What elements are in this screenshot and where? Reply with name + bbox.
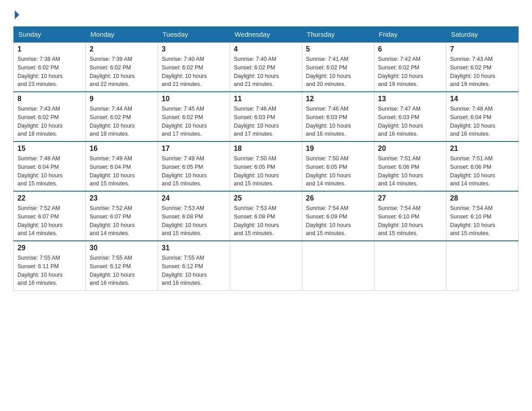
day-number: 15 [17, 145, 82, 153]
day-number: 20 [378, 145, 442, 153]
day-info: Sunrise: 7:52 AM Sunset: 6:07 PM Dayligh… [90, 204, 154, 238]
day-number: 16 [90, 145, 154, 153]
day-info: Sunrise: 7:53 AM Sunset: 6:08 PM Dayligh… [162, 204, 226, 238]
calendar-cell: 4 Sunrise: 7:40 AM Sunset: 6:02 PM Dayli… [230, 42, 302, 92]
day-number: 5 [306, 45, 370, 53]
day-number: 19 [306, 145, 370, 153]
day-number: 27 [378, 194, 442, 202]
logo-arrow-icon [15, 10, 19, 19]
day-info: Sunrise: 7:45 AM Sunset: 6:02 PM Dayligh… [162, 105, 226, 138]
day-info: Sunrise: 7:39 AM Sunset: 6:02 PM Dayligh… [90, 55, 154, 89]
day-number: 30 [90, 244, 154, 252]
day-info: Sunrise: 7:40 AM Sunset: 6:02 PM Dayligh… [234, 55, 298, 89]
day-info: Sunrise: 7:42 AM Sunset: 6:02 PM Dayligh… [378, 55, 442, 89]
day-number: 2 [90, 45, 154, 53]
calendar-cell [302, 241, 374, 291]
header-wednesday: Wednesday [230, 27, 302, 43]
day-info: Sunrise: 7:55 AM Sunset: 6:11 PM Dayligh… [17, 254, 82, 287]
day-info: Sunrise: 7:49 AM Sunset: 6:05 PM Dayligh… [162, 154, 226, 188]
day-number: 29 [17, 244, 82, 252]
day-number: 22 [17, 194, 82, 202]
calendar-header-row: SundayMondayTuesdayWednesdayThursdayFrid… [14, 27, 519, 43]
day-info: Sunrise: 7:40 AM Sunset: 6:02 PM Dayligh… [162, 55, 226, 89]
day-info: Sunrise: 7:55 AM Sunset: 6:12 PM Dayligh… [90, 254, 154, 287]
header-tuesday: Tuesday [158, 27, 230, 43]
day-info: Sunrise: 7:46 AM Sunset: 6:03 PM Dayligh… [306, 105, 370, 138]
calendar-cell: 1 Sunrise: 7:38 AM Sunset: 6:02 PM Dayli… [14, 42, 86, 92]
calendar-cell: 24 Sunrise: 7:53 AM Sunset: 6:08 PM Dayl… [158, 191, 230, 241]
calendar-cell: 21 Sunrise: 7:51 AM Sunset: 6:06 PM Dayl… [446, 141, 519, 191]
day-info: Sunrise: 7:52 AM Sunset: 6:07 PM Dayligh… [17, 204, 82, 238]
calendar-cell: 31 Sunrise: 7:55 AM Sunset: 6:12 PM Dayl… [158, 241, 230, 291]
day-number: 4 [234, 45, 298, 53]
day-info: Sunrise: 7:50 AM Sunset: 6:05 PM Dayligh… [234, 154, 298, 188]
day-info: Sunrise: 7:47 AM Sunset: 6:03 PM Dayligh… [378, 105, 442, 138]
day-number: 25 [234, 194, 298, 202]
calendar-cell: 5 Sunrise: 7:41 AM Sunset: 6:02 PM Dayli… [302, 42, 374, 92]
calendar-cell: 20 Sunrise: 7:51 AM Sunset: 6:06 PM Dayl… [374, 141, 446, 191]
calendar-cell: 29 Sunrise: 7:55 AM Sunset: 6:11 PM Dayl… [14, 241, 86, 291]
calendar-cell [374, 241, 446, 291]
logo-top [13, 9, 19, 19]
calendar-cell: 15 Sunrise: 7:48 AM Sunset: 6:04 PM Dayl… [14, 141, 86, 191]
calendar-cell: 26 Sunrise: 7:54 AM Sunset: 6:09 PM Dayl… [302, 191, 374, 241]
calendar-cell: 27 Sunrise: 7:54 AM Sunset: 6:10 PM Dayl… [374, 191, 446, 241]
day-number: 24 [162, 194, 226, 202]
calendar-cell: 10 Sunrise: 7:45 AM Sunset: 6:02 PM Dayl… [158, 92, 230, 141]
day-number: 13 [378, 95, 442, 103]
day-number: 10 [162, 95, 226, 103]
day-info: Sunrise: 7:51 AM Sunset: 6:06 PM Dayligh… [378, 154, 442, 188]
calendar-cell: 18 Sunrise: 7:50 AM Sunset: 6:05 PM Dayl… [230, 141, 302, 191]
header-monday: Monday [86, 27, 158, 43]
calendar-cell: 16 Sunrise: 7:49 AM Sunset: 6:04 PM Dayl… [86, 141, 158, 191]
day-info: Sunrise: 7:51 AM Sunset: 6:06 PM Dayligh… [450, 154, 515, 188]
calendar-cell: 30 Sunrise: 7:55 AM Sunset: 6:12 PM Dayl… [86, 241, 158, 291]
day-number: 11 [234, 95, 298, 103]
day-info: Sunrise: 7:43 AM Sunset: 6:02 PM Dayligh… [17, 105, 82, 138]
calendar-cell: 7 Sunrise: 7:43 AM Sunset: 6:02 PM Dayli… [446, 42, 519, 92]
calendar-week-5: 29 Sunrise: 7:55 AM Sunset: 6:11 PM Dayl… [14, 241, 519, 291]
day-number: 3 [162, 45, 226, 53]
calendar-cell: 2 Sunrise: 7:39 AM Sunset: 6:02 PM Dayli… [86, 42, 158, 92]
day-info: Sunrise: 7:50 AM Sunset: 6:05 PM Dayligh… [306, 154, 370, 188]
day-info: Sunrise: 7:49 AM Sunset: 6:04 PM Dayligh… [90, 154, 154, 188]
day-number: 18 [234, 145, 298, 153]
calendar-cell: 11 Sunrise: 7:46 AM Sunset: 6:03 PM Dayl… [230, 92, 302, 141]
day-info: Sunrise: 7:48 AM Sunset: 6:04 PM Dayligh… [450, 105, 515, 138]
calendar-cell: 14 Sunrise: 7:48 AM Sunset: 6:04 PM Dayl… [446, 92, 519, 141]
day-info: Sunrise: 7:48 AM Sunset: 6:04 PM Dayligh… [17, 154, 82, 188]
day-info: Sunrise: 7:54 AM Sunset: 6:10 PM Dayligh… [378, 204, 442, 238]
day-number: 6 [378, 45, 442, 53]
header-sunday: Sunday [14, 27, 86, 43]
day-info: Sunrise: 7:46 AM Sunset: 6:03 PM Dayligh… [234, 105, 298, 138]
logo [13, 9, 19, 17]
day-number: 14 [450, 95, 515, 103]
day-info: Sunrise: 7:43 AM Sunset: 6:02 PM Dayligh… [450, 55, 515, 89]
day-info: Sunrise: 7:55 AM Sunset: 6:12 PM Dayligh… [162, 254, 226, 287]
day-number: 9 [90, 95, 154, 103]
day-number: 31 [162, 244, 226, 252]
day-info: Sunrise: 7:44 AM Sunset: 6:02 PM Dayligh… [90, 105, 154, 138]
day-number: 8 [17, 95, 82, 103]
day-info: Sunrise: 7:54 AM Sunset: 6:09 PM Dayligh… [306, 204, 370, 238]
calendar-cell: 13 Sunrise: 7:47 AM Sunset: 6:03 PM Dayl… [374, 92, 446, 141]
calendar-week-4: 22 Sunrise: 7:52 AM Sunset: 6:07 PM Dayl… [14, 191, 519, 241]
calendar-table: SundayMondayTuesdayWednesdayThursdayFrid… [13, 26, 519, 291]
day-number: 17 [162, 145, 226, 153]
header-thursday: Thursday [302, 27, 374, 43]
calendar-cell: 28 Sunrise: 7:54 AM Sunset: 6:10 PM Dayl… [446, 191, 519, 241]
day-info: Sunrise: 7:54 AM Sunset: 6:10 PM Dayligh… [450, 204, 515, 238]
calendar-cell [230, 241, 302, 291]
day-number: 12 [306, 95, 370, 103]
calendar-cell: 9 Sunrise: 7:44 AM Sunset: 6:02 PM Dayli… [86, 92, 158, 141]
day-info: Sunrise: 7:41 AM Sunset: 6:02 PM Dayligh… [306, 55, 370, 89]
calendar-cell: 19 Sunrise: 7:50 AM Sunset: 6:05 PM Dayl… [302, 141, 374, 191]
calendar-cell: 23 Sunrise: 7:52 AM Sunset: 6:07 PM Dayl… [86, 191, 158, 241]
calendar-cell: 3 Sunrise: 7:40 AM Sunset: 6:02 PM Dayli… [158, 42, 230, 92]
day-number: 26 [306, 194, 370, 202]
day-number: 23 [90, 194, 154, 202]
calendar-cell: 6 Sunrise: 7:42 AM Sunset: 6:02 PM Dayli… [374, 42, 446, 92]
calendar-cell: 17 Sunrise: 7:49 AM Sunset: 6:05 PM Dayl… [158, 141, 230, 191]
calendar-week-3: 15 Sunrise: 7:48 AM Sunset: 6:04 PM Dayl… [14, 141, 519, 191]
day-number: 28 [450, 194, 515, 202]
